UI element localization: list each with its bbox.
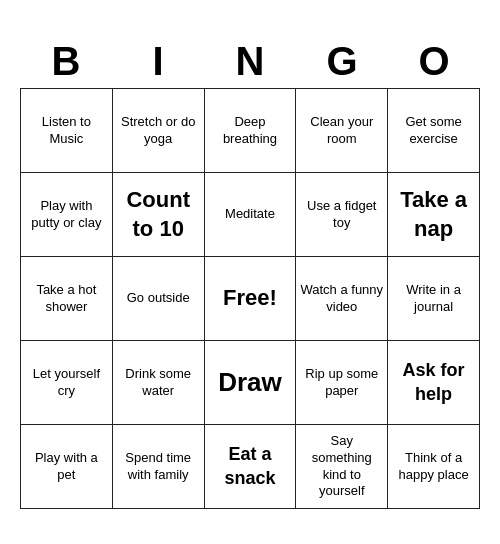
bingo-cell-r2-c1[interactable]: Go outside (113, 257, 205, 341)
bingo-cell-r1-c2[interactable]: Meditate (205, 173, 297, 257)
bingo-cell-r3-c3[interactable]: Rip up some paper (296, 341, 388, 425)
bingo-cell-r1-c3[interactable]: Use a fidget toy (296, 173, 388, 257)
bingo-cell-r1-c4[interactable]: Take a nap (388, 173, 480, 257)
bingo-cell-r0-c4[interactable]: Get some exercise (388, 89, 480, 173)
bingo-cell-r3-c2[interactable]: Draw (205, 341, 297, 425)
bingo-cell-r0-c1[interactable]: Stretch or do yoga (113, 89, 205, 173)
bingo-letter-g: G (296, 35, 388, 88)
bingo-cell-r4-c0[interactable]: Play with a pet (21, 425, 113, 509)
bingo-cell-r4-c2[interactable]: Eat a snack (205, 425, 297, 509)
bingo-cell-r4-c1[interactable]: Spend time with family (113, 425, 205, 509)
bingo-cell-r3-c4[interactable]: Ask for help (388, 341, 480, 425)
bingo-letter-o: O (388, 35, 480, 88)
bingo-cell-r2-c2[interactable]: Free! (205, 257, 297, 341)
bingo-letter-b: B (20, 35, 112, 88)
bingo-cell-r0-c2[interactable]: Deep breathing (205, 89, 297, 173)
bingo-cell-r2-c3[interactable]: Watch a funny video (296, 257, 388, 341)
bingo-cell-r1-c1[interactable]: Count to 10 (113, 173, 205, 257)
bingo-grid: Listen to MusicStretch or do yogaDeep br… (20, 88, 480, 509)
bingo-cell-r4-c3[interactable]: Say something kind to yourself (296, 425, 388, 509)
bingo-cell-r2-c4[interactable]: Write in a journal (388, 257, 480, 341)
bingo-cell-r3-c1[interactable]: Drink some water (113, 341, 205, 425)
bingo-letter-n: N (204, 35, 296, 88)
bingo-card: BINGO Listen to MusicStretch or do yogaD… (10, 25, 490, 519)
bingo-letter-i: I (112, 35, 204, 88)
bingo-cell-r4-c4[interactable]: Think of a happy place (388, 425, 480, 509)
bingo-header: BINGO (20, 35, 480, 88)
bingo-cell-r0-c0[interactable]: Listen to Music (21, 89, 113, 173)
bingo-cell-r1-c0[interactable]: Play with putty or clay (21, 173, 113, 257)
bingo-cell-r3-c0[interactable]: Let yourself cry (21, 341, 113, 425)
bingo-cell-r0-c3[interactable]: Clean your room (296, 89, 388, 173)
bingo-cell-r2-c0[interactable]: Take a hot shower (21, 257, 113, 341)
